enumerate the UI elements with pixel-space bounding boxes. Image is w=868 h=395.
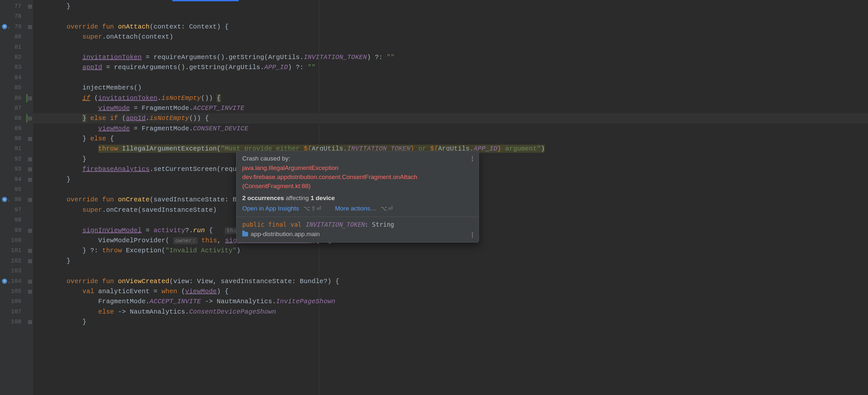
fold-toggle[interactable]: [28, 198, 32, 202]
code-line[interactable]: } else {: [33, 134, 868, 144]
line-number: 92: [0, 154, 27, 164]
module-row: app-distribution.app.main: [242, 231, 473, 238]
line-number: 88: [0, 113, 27, 123]
popup-options-kebab[interactable]: [469, 154, 475, 163]
line-number-gutter: 777879o808182838485868788899091929394959…: [0, 0, 27, 395]
code-line[interactable]: viewMode = FragmentMode.ACCEPT_INVITE: [33, 103, 868, 113]
occurrence-stats: 2 occurrences affecting 1 device: [242, 195, 473, 202]
override-gutter-icon[interactable]: o: [2, 279, 7, 284]
open-shortcut: ⌥⇧⏎: [304, 205, 322, 212]
line-number: 104o: [0, 276, 27, 286]
fold-toggle[interactable]: [28, 178, 32, 181]
line-number: 105: [0, 286, 27, 297]
open-app-insights-link[interactable]: Open in App Insights: [242, 205, 299, 212]
line-number: 103: [0, 266, 27, 276]
line-number: 96o: [0, 195, 27, 205]
line-number: 81: [0, 42, 27, 52]
code-line[interactable]: }: [33, 256, 868, 266]
fold-toggle[interactable]: [28, 97, 32, 100]
more-shortcut: ⌥⏎: [380, 205, 394, 212]
line-number: 82: [0, 52, 27, 62]
code-line[interactable]: override fun onViewCreated(view: View, s…: [33, 276, 868, 286]
code-line[interactable]: invitationToken = requireArguments().get…: [33, 52, 868, 62]
line-number: 94: [0, 174, 27, 185]
fold-toggle[interactable]: [28, 280, 32, 283]
line-number: 86: [0, 93, 27, 103]
line-number: 79o: [0, 22, 27, 32]
code-line[interactable]: injectMembers(): [33, 83, 868, 93]
declaration-kebab[interactable]: [469, 231, 475, 239]
line-number: 84: [0, 73, 27, 83]
line-number: 99: [0, 225, 27, 235]
line-number: 77: [0, 1, 27, 11]
fold-toggle[interactable]: [28, 229, 32, 232]
more-actions-link[interactable]: More actions…: [335, 205, 376, 212]
module-name: app-distribution.app.main: [251, 231, 320, 238]
code-line[interactable]: if (invitationToken.isNotEmpty()) {: [33, 93, 868, 103]
crash-insights-popup: Crash caused by: java.lang.IllegalArgume…: [236, 151, 479, 243]
code-line[interactable]: FragmentMode.ACCEPT_INVITE -> NautmAnaly…: [33, 297, 868, 307]
fold-gutter: [27, 0, 33, 395]
line-number: 101: [0, 246, 27, 256]
line-number: 91: [0, 144, 27, 154]
occurrence-count: 2 occurrences: [242, 195, 284, 201]
code-line[interactable]: [33, 11, 868, 21]
line-number: 108: [0, 317, 27, 327]
code-line[interactable]: appId = requireArguments().getString(Arg…: [33, 62, 868, 72]
fold-toggle[interactable]: [28, 168, 32, 171]
line-number: 93: [0, 164, 27, 174]
device-count: 1 device: [311, 195, 335, 201]
exception-class: java.lang.IllegalArgumentException: [242, 164, 473, 172]
fold-toggle[interactable]: [28, 249, 32, 253]
vcs-change-marker: [26, 114, 28, 122]
vcs-change-marker: [26, 94, 28, 103]
code-line[interactable]: val analyticEvent = when (viewMode) {: [33, 286, 868, 297]
code-line[interactable]: super.onAttach(context): [33, 32, 868, 42]
popup-crash-section: Crash caused by: java.lang.IllegalArgume…: [237, 151, 479, 217]
fold-toggle[interactable]: [28, 259, 32, 263]
line-number: 97: [0, 205, 27, 215]
code-line[interactable]: else -> NautmAnalytics.ConsentDevicePage…: [33, 307, 868, 317]
line-number: 80: [0, 32, 27, 42]
line-number: 95: [0, 185, 27, 195]
code-line[interactable]: override fun onAttach(context: Context) …: [33, 22, 868, 32]
line-number: 106: [0, 297, 27, 307]
line-number: 78: [0, 11, 27, 21]
line-number: 90: [0, 134, 27, 144]
line-number: 100: [0, 235, 27, 246]
code-line[interactable]: [33, 73, 868, 83]
code-line[interactable]: } else if (appId.isNotEmpty()) {: [33, 113, 868, 123]
code-line[interactable]: }: [33, 317, 868, 327]
folder-icon: [242, 232, 248, 236]
override-gutter-icon[interactable]: o: [2, 197, 7, 202]
fold-toggle[interactable]: [28, 5, 32, 8]
line-number: 85: [0, 83, 27, 93]
fold-toggle[interactable]: [28, 117, 32, 120]
line-number: 87: [0, 103, 27, 113]
exception-location: dev.firebase.appdistribution.consent.Con…: [242, 172, 473, 191]
code-line[interactable]: } ?: throw Exception("Invalid Activity"): [33, 246, 868, 256]
code-line[interactable]: [33, 42, 868, 52]
fold-toggle[interactable]: [28, 290, 32, 293]
code-line[interactable]: viewMode = FragmentMode.CONSENT_DEVICE: [33, 123, 868, 134]
fold-toggle[interactable]: [28, 158, 32, 161]
line-number: 83: [0, 62, 27, 72]
declaration-signature: public final val INVITATION_TOKEN: Strin…: [242, 221, 473, 228]
popup-declaration-section: public final val INVITATION_TOKEN: Strin…: [237, 217, 479, 242]
popup-actions: Open in App Insights ⌥⇧⏎ More actions… ⌥…: [242, 205, 473, 212]
override-gutter-icon[interactable]: o: [2, 24, 7, 29]
popup-title: Crash caused by:: [242, 155, 473, 162]
line-number: 89: [0, 123, 27, 134]
line-number: 107: [0, 307, 27, 317]
code-line[interactable]: [33, 266, 868, 276]
code-line[interactable]: }: [33, 1, 868, 11]
fold-toggle[interactable]: [28, 320, 32, 324]
fold-toggle[interactable]: [28, 25, 32, 29]
line-number: 102: [0, 256, 27, 266]
fold-toggle[interactable]: [28, 137, 32, 141]
line-number: 98: [0, 215, 27, 225]
